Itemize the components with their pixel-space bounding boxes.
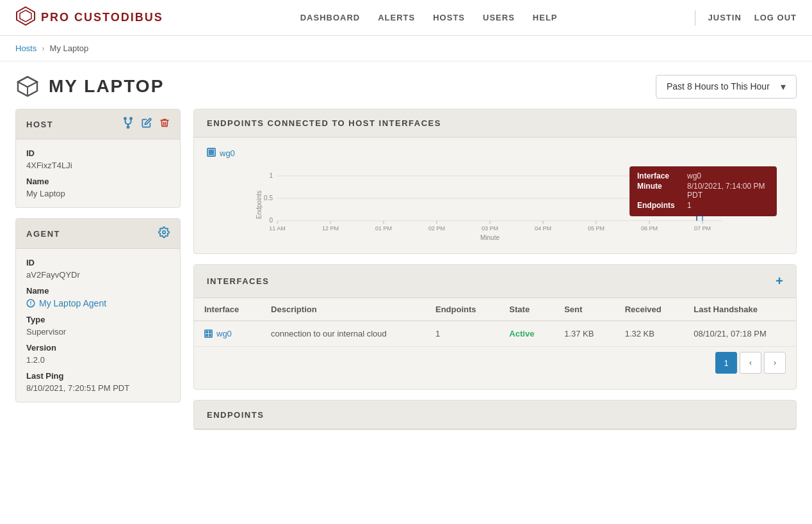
- cell-state: Active: [499, 321, 554, 347]
- cell-description: connection to our internal cloud: [261, 321, 425, 347]
- host-name-value: My Laptop: [26, 189, 170, 198]
- agent-id-label: ID: [26, 258, 170, 267]
- endpoints-chart-section: ENDPOINTS CONNECTED TO HOST INTERFACES w…: [193, 109, 797, 254]
- col-sent: Sent: [554, 298, 615, 321]
- svg-text:0.5: 0.5: [264, 195, 273, 202]
- col-description: Description: [261, 298, 425, 321]
- chart-container: Interface wg0 Minute 8/10/2021, 7:14:00 …: [207, 166, 783, 243]
- chart-area: wg0 Interface wg0 Minute 8/10/2021, 7:14…: [194, 138, 796, 253]
- svg-text:04 PM: 04 PM: [535, 225, 551, 232]
- svg-text:12 PM: 12 PM: [322, 225, 339, 232]
- agent-id-value: aV2FayvQYDr: [26, 270, 170, 280]
- chart-tab-wg0[interactable]: wg0: [207, 148, 235, 159]
- time-selector[interactable]: Past 8 Hours to This Hour ▾: [656, 75, 797, 99]
- logo-text: PRO CUSTODIBUS: [41, 11, 163, 24]
- svg-text:Endpoints: Endpoints: [256, 191, 263, 219]
- agent-card-header: AGENT: [16, 219, 180, 249]
- page-prev-button[interactable]: ‹: [740, 352, 761, 374]
- cell-interface: wg0: [194, 321, 261, 347]
- cell-sent: 1.37 KB: [554, 321, 615, 347]
- endpoints-section-header: ENDPOINTS: [194, 401, 796, 429]
- nav-help[interactable]: HELP: [533, 13, 558, 22]
- svg-rect-18: [209, 153, 211, 155]
- svg-rect-16: [209, 150, 211, 152]
- interface-grid-icon: [204, 329, 213, 338]
- svg-rect-50: [209, 331, 211, 333]
- status-badge: Active: [509, 329, 534, 338]
- col-endpoints: Endpoints: [425, 298, 499, 321]
- table-header-row: Interface Description Endpoints State Se…: [194, 298, 796, 321]
- svg-text:03 PM: 03 PM: [482, 225, 498, 232]
- nav-logout[interactable]: LOG OUT: [754, 13, 797, 22]
- left-panel: HOST: [15, 109, 181, 430]
- breadcrumb: Hosts › My Laptop: [0, 36, 812, 61]
- svg-rect-15: [207, 148, 215, 156]
- nav-alerts[interactable]: ALERTS: [378, 13, 415, 22]
- cell-last-handshake: 08/10/21, 07:18 PM: [683, 321, 796, 347]
- pagination: 1 ‹ ›: [194, 347, 796, 379]
- nav-divider: [695, 10, 695, 26]
- svg-text:11 AM: 11 AM: [269, 225, 286, 232]
- svg-line-6: [28, 82, 37, 87]
- interfaces-table-area: Interface Description Endpoints State Se…: [194, 298, 796, 389]
- svg-rect-51: [206, 335, 207, 336]
- svg-point-11: [163, 231, 166, 234]
- agent-name-value: My Laptop Agent: [39, 298, 106, 308]
- agent-name-link[interactable]: My Laptop Agent: [26, 298, 170, 308]
- tooltip-interface-row: Interface wg0: [637, 171, 769, 180]
- agent-card-icons: [158, 226, 170, 241]
- svg-rect-49: [206, 331, 207, 333]
- nav-dashboard[interactable]: DASHBOARD: [300, 13, 361, 22]
- pencil-icon[interactable]: [142, 118, 152, 131]
- interfaces-title: INTERFACES: [207, 276, 269, 286]
- endpoints-chart-title: ENDPOINTS CONNECTED TO HOST INTERFACES: [207, 118, 441, 128]
- gear-icon[interactable]: [158, 226, 170, 241]
- svg-text:Minute: Minute: [480, 234, 499, 241]
- interface-name: wg0: [216, 329, 232, 338]
- time-selector-text: Past 8 Hours to This Hour: [667, 81, 770, 91]
- host-id-label: ID: [26, 148, 170, 158]
- nav-users[interactable]: USERS: [483, 13, 515, 22]
- breadcrumb-separator: ›: [42, 44, 44, 53]
- agent-version-value: 1.2.0: [26, 355, 170, 365]
- host-card-body: ID 4XFixzT4LJi Name My Laptop: [16, 139, 180, 207]
- tooltip-interface-value: wg0: [687, 171, 701, 180]
- svg-marker-3: [18, 77, 37, 87]
- nav-user[interactable]: JUSTIN: [708, 13, 742, 22]
- breadcrumb-parent[interactable]: Hosts: [15, 44, 37, 53]
- tooltip-minute-value: 8/10/2021, 7:14:00 PM PDT: [687, 182, 769, 200]
- logo-icon: [15, 6, 36, 30]
- svg-text:07 PM: 07 PM: [694, 225, 711, 232]
- page-title: MY LAPTOP: [49, 76, 164, 97]
- endpoints-section-title: ENDPOINTS: [207, 410, 264, 420]
- chart-tab-icon: [207, 148, 216, 159]
- page-1-button[interactable]: 1: [715, 352, 737, 374]
- tooltip-endpoints-row: Endpoints 1: [637, 201, 769, 210]
- svg-marker-1: [20, 10, 31, 22]
- page-header: MY LAPTOP Past 8 Hours to This Hour ▾: [0, 61, 812, 109]
- tooltip-interface-label: Interface: [637, 171, 682, 180]
- col-interface: Interface: [194, 298, 261, 321]
- logo: PRO CUSTODIBUS: [15, 6, 163, 30]
- svg-text:06 PM: 06 PM: [641, 225, 658, 232]
- table-row: wg0 connection to our internal cloud 1 A…: [194, 321, 796, 347]
- svg-text:0: 0: [269, 217, 273, 224]
- agent-card-body: ID aV2FayvQYDr Name My Laptop Agent Type…: [16, 249, 180, 402]
- fork-icon[interactable]: [122, 117, 134, 131]
- trash-icon[interactable]: [159, 118, 170, 131]
- col-state: State: [499, 298, 554, 321]
- endpoints-chart-header: ENDPOINTS CONNECTED TO HOST INTERFACES: [194, 109, 796, 138]
- interface-link[interactable]: wg0: [204, 329, 250, 338]
- agent-card-title: AGENT: [26, 229, 60, 239]
- chevron-down-icon: ▾: [781, 81, 786, 93]
- agent-name-label: Name: [26, 286, 170, 296]
- host-cube-icon: [15, 74, 40, 99]
- add-interface-button[interactable]: +: [775, 274, 783, 289]
- nav-hosts[interactable]: HOSTS: [433, 13, 465, 22]
- agent-card: AGENT ID aV2FayvQYDr Name: [15, 218, 181, 402]
- endpoints-section: ENDPOINTS: [193, 400, 797, 430]
- agent-type-label: Type: [26, 315, 170, 324]
- tooltip-endpoints-value: 1: [687, 201, 692, 210]
- host-card-icons: [122, 117, 170, 131]
- page-next-button[interactable]: ›: [764, 352, 786, 374]
